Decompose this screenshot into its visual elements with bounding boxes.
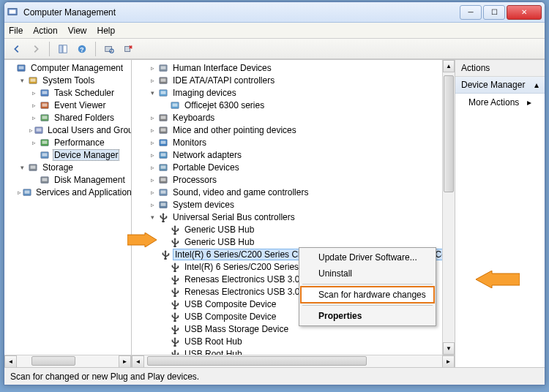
scroll-right-icon[interactable]: ► [119, 355, 131, 368]
device-scrollbar-h[interactable]: ◄ ► [132, 355, 455, 367]
expand-icon[interactable]: ▹ [29, 88, 38, 97]
expand-icon[interactable] [160, 275, 168, 284]
expand-icon[interactable]: ▹ [29, 126, 33, 135]
tree-node[interactable]: ▹Services and Applications [4, 186, 131, 198]
tree-node[interactable]: ▹Monitors [132, 136, 442, 148]
tree-node[interactable]: ▹Performance [4, 136, 131, 148]
close-button[interactable]: ✕ [507, 5, 542, 20]
forward-button[interactable] [28, 41, 44, 57]
help-button[interactable]: ? [74, 41, 90, 57]
tree-node[interactable]: ▹Task Scheduler [4, 86, 131, 99]
scroll-thumb[interactable] [147, 356, 367, 366]
expand-icon[interactable]: ▹ [148, 151, 157, 159]
tree-node[interactable]: USB Root Hub [132, 347, 442, 355]
expand-icon[interactable]: ▹ [148, 188, 157, 197]
expand-icon[interactable] [160, 263, 168, 271]
tree-node[interactable]: Generic USB Hub [132, 223, 442, 235]
tree-node-label: IDE ATA/ATAPI controllers [171, 75, 276, 86]
expand-icon[interactable]: ▹ [148, 176, 157, 184]
svg-rect-36 [161, 78, 166, 81]
device-scrollbar-v[interactable]: ▲ ▼ [442, 60, 455, 355]
expand-icon[interactable] [160, 238, 168, 246]
tree-node[interactable]: ▹Event Viewer [4, 99, 131, 111]
scroll-down-icon[interactable]: ▼ [443, 342, 455, 355]
expand-icon[interactable]: ▹ [148, 113, 157, 122]
tree-node[interactable]: ▹IDE ATA/ATAPI controllers [132, 74, 442, 86]
tree-node[interactable]: ▾Storage [4, 161, 131, 173]
tree-node[interactable]: ▾System Tools [4, 74, 131, 86]
svg-rect-32 [25, 190, 30, 193]
tree-node[interactable]: ▹Human Interface Devices [132, 61, 442, 74]
tree-node[interactable]: ▹Keyboards [132, 111, 442, 124]
net-icon [157, 149, 169, 161]
actions-section[interactable]: Device Manager ▴ [455, 77, 545, 94]
expand-icon[interactable]: ▹ [18, 188, 21, 197]
expand-icon[interactable]: ▾ [148, 88, 157, 97]
menu-file[interactable]: File [9, 26, 23, 36]
tree-node[interactable]: Device Manager [4, 148, 131, 161]
expand-icon[interactable] [160, 300, 168, 309]
expand-icon[interactable]: ▹ [148, 163, 157, 172]
expand-icon[interactable]: ▹ [148, 76, 157, 85]
expand-icon[interactable]: ▹ [29, 101, 38, 110]
maximize-button[interactable]: ☐ [483, 5, 505, 20]
expand-icon[interactable] [160, 312, 168, 321]
expand-icon[interactable] [160, 287, 168, 296]
tree-node[interactable]: ▹Processors [132, 173, 442, 186]
scroll-up-icon[interactable]: ▲ [443, 60, 455, 72]
scroll-thumb[interactable] [31, 356, 75, 366]
expand-icon[interactable]: ▹ [29, 113, 38, 122]
tree-node[interactable]: ▾Universal Serial Bus controllers [132, 211, 442, 223]
tree-node[interactable]: Disk Management [4, 173, 131, 186]
expand-icon[interactable] [160, 101, 168, 110]
expand-icon[interactable] [160, 225, 168, 234]
back-button[interactable] [9, 41, 25, 57]
minimize-button[interactable]: ─ [460, 5, 482, 20]
expand-icon[interactable] [160, 350, 168, 355]
tree-node[interactable]: ▹Sound, video and game controllers [132, 186, 442, 198]
ctx-scan-hardware[interactable]: Scan for hardware changes [301, 287, 434, 303]
more-actions[interactable]: More Actions ▸ [455, 94, 545, 111]
ctx-uninstall[interactable]: Uninstall [301, 265, 434, 282]
expand-icon[interactable]: ▹ [148, 64, 157, 72]
expand-icon[interactable]: ▹ [148, 138, 157, 147]
show-hide-tree-button[interactable] [55, 41, 71, 57]
scroll-thumb-v[interactable] [444, 75, 454, 192]
tree-node[interactable]: Computer Management [4, 61, 131, 74]
expand-icon[interactable]: ▹ [29, 138, 38, 147]
expand-icon[interactable] [29, 151, 38, 159]
ctx-update-driver[interactable]: Update Driver Software... [301, 249, 434, 265]
expand-icon[interactable]: ▾ [18, 163, 26, 172]
expand-icon[interactable]: ▹ [148, 200, 157, 209]
titlebar[interactable]: Computer Management ─ ☐ ✕ [4, 2, 545, 23]
ctx-properties[interactable]: Properties [301, 308, 434, 324]
expand-icon[interactable] [160, 337, 168, 346]
tree-node[interactable]: ▾Imaging devices [132, 86, 442, 99]
menu-view[interactable]: View [68, 26, 87, 36]
menu-action[interactable]: Action [33, 26, 57, 36]
menu-help[interactable]: Help [97, 26, 116, 36]
tree-node[interactable]: ▹Shared Folders [4, 111, 131, 124]
tree-node[interactable]: ▹System devices [132, 198, 442, 211]
tree-node[interactable]: ▹Network adapters [132, 148, 442, 161]
console-tree[interactable]: Computer Management▾System Tools▹Task Sc… [4, 60, 131, 355]
tree-node[interactable]: ▹Portable Devices [132, 161, 442, 173]
scroll-right-icon[interactable]: ► [442, 355, 455, 368]
uninstall-button[interactable] [120, 41, 136, 57]
tree-node[interactable]: ▹Local Users and Groups [4, 124, 131, 136]
scan-hardware-button[interactable] [101, 41, 117, 57]
expand-icon[interactable]: ▾ [18, 76, 26, 85]
scroll-left-icon[interactable]: ◄ [132, 355, 144, 368]
tree-node[interactable]: Officejet 6300 series [132, 99, 442, 111]
tree-node[interactable]: USB Root Hub [132, 335, 442, 347]
nav-scrollbar-h[interactable]: ◄ ► [4, 355, 131, 367]
scroll-left-icon[interactable]: ◄ [4, 355, 17, 368]
expand-icon[interactable] [6, 64, 15, 72]
expand-icon[interactable] [29, 176, 38, 184]
expand-icon[interactable] [160, 325, 168, 333]
tree-node[interactable]: ▹Mice and other pointing devices [132, 124, 442, 136]
expand-icon[interactable]: ▾ [148, 213, 157, 222]
expand-icon[interactable]: ▹ [148, 126, 157, 135]
tree-node[interactable]: Generic USB Hub [132, 235, 442, 248]
tree-node-label: Universal Serial Bus controllers [171, 212, 296, 222]
